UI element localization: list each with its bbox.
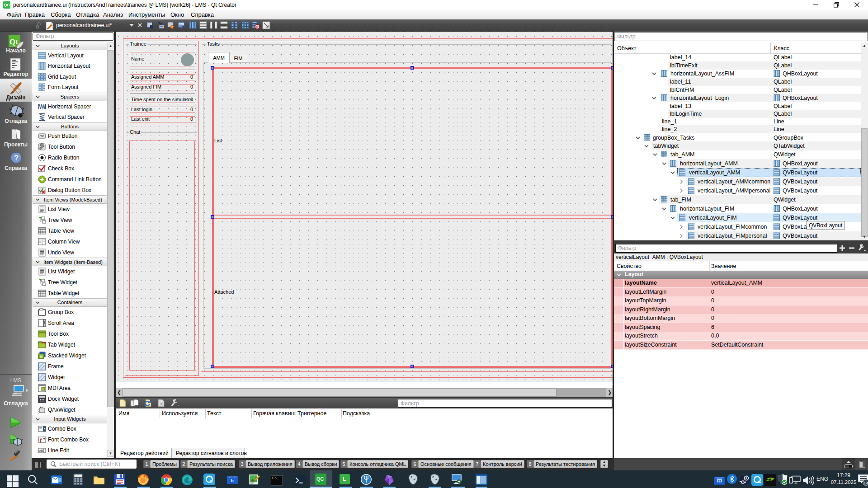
svg-text:b: b bbox=[231, 479, 234, 483]
svg-text:Qt: Qt bbox=[9, 38, 18, 46]
svg-text:123: 123 bbox=[179, 23, 184, 26]
svg-text:C:\_: C:\_ bbox=[272, 477, 278, 480]
svg-text:14: 14 bbox=[863, 480, 868, 485]
svg-text:?: ? bbox=[14, 154, 19, 162]
